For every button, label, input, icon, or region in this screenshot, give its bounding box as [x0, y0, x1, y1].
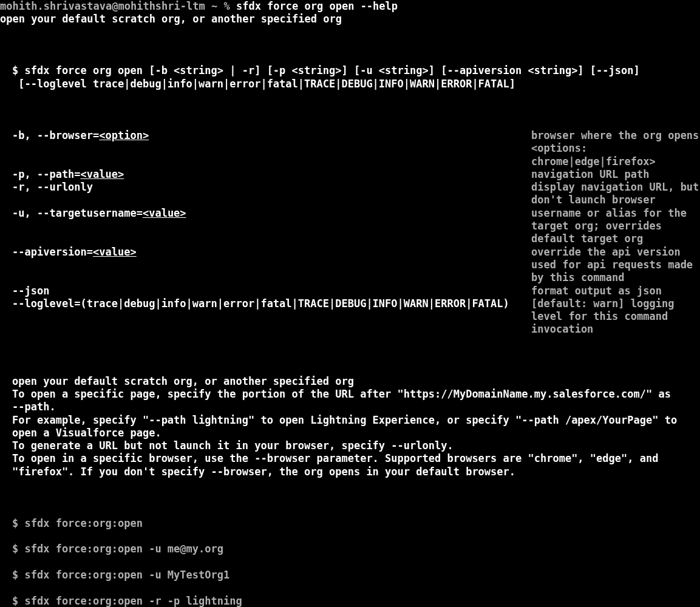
desc: <options:	[531, 142, 587, 155]
desc: navigation URL path	[531, 168, 649, 181]
opt-apiversion: --apiversion=<value> override the api ve…	[0, 246, 700, 259]
user-host: mohith.shrivastava@mohithshri-ltm ~ %	[0, 0, 236, 12]
arg: <value>	[81, 168, 124, 180]
blank	[0, 582, 700, 594]
typed-command: sfdx force org open --help	[236, 0, 398, 12]
opt-path: -p, --path=<value> navigation URL path	[0, 168, 700, 181]
desc: format output as json	[531, 285, 662, 297]
blank	[0, 90, 700, 103]
blank	[0, 478, 700, 491]
flag: --json	[12, 285, 49, 297]
example-line: $ sfdx force:org:open	[0, 517, 700, 530]
opt-urlonly-cont: don't launch browser	[0, 194, 700, 206]
desc: invocation	[531, 323, 593, 336]
desc: [default: warn] logging	[531, 297, 674, 310]
opt-apiversion-cont: by this command	[0, 271, 700, 284]
opt-targetusername-cont: target org; overrides	[0, 220, 700, 232]
example-line: $ sfdx force:org:open -r -p lightning	[0, 595, 700, 607]
desc-line: To generate a URL but not launch it in y…	[0, 439, 700, 452]
desc-line: --path.	[0, 401, 700, 413]
blank	[0, 349, 700, 362]
terminal-output: mohith.shrivastava@mohithshri-ltm ~ % sf…	[0, 0, 700, 607]
desc: display navigation URL, but	[531, 181, 699, 194]
flag: -p, --path=	[12, 168, 81, 180]
desc: level for this command	[531, 310, 668, 323]
blank	[0, 336, 700, 349]
blank	[0, 117, 700, 129]
blank	[0, 530, 700, 543]
example-line: $ sfdx force:org:open -u me@my.org	[0, 543, 700, 555]
desc: used for api requests made	[531, 259, 693, 271]
desc-line: For example, specify "--path lightning" …	[0, 414, 700, 427]
example-line: $ sfdx force:org:open -u MyTestOrg1	[0, 569, 700, 582]
desc-line: To open a specific page, specify the por…	[0, 388, 700, 401]
summary-line: open your default scratch org, or anothe…	[0, 13, 700, 25]
opt-browser: -b, --browser=<option> browser where the…	[0, 129, 700, 142]
flag: --apiversion=	[12, 246, 93, 258]
opt-browser-cont: chrome|edge|firefox>	[0, 155, 700, 168]
desc: by this command	[531, 271, 625, 284]
blank	[0, 504, 700, 517]
desc-line: "firefox". If you don't specify --browse…	[0, 466, 700, 478]
desc: chrome|edge|firefox>	[531, 155, 656, 168]
desc: browser where the org opens	[531, 129, 699, 142]
desc-line: open your default scratch org, or anothe…	[0, 375, 700, 388]
opt-apiversion-cont: used for api requests made	[0, 259, 700, 271]
desc-line: open a Visualforce page.	[0, 427, 700, 439]
desc: override the api version	[531, 246, 681, 259]
blank	[0, 39, 700, 52]
flag: -r, --urlonly	[12, 181, 93, 193]
blank	[0, 491, 700, 504]
flag: -u, --targetusername=	[12, 207, 143, 219]
usage-line-2: [--loglevel trace|debug|info|warn|error|…	[0, 78, 700, 90]
opt-urlonly: -r, --urlonly display navigation URL, bu…	[0, 181, 700, 194]
desc: default target org	[531, 232, 643, 245]
opt-targetusername-cont: default target org	[0, 232, 700, 245]
arg: <option>	[99, 129, 149, 141]
desc: username or alias for the	[531, 207, 687, 220]
arg: <value>	[143, 207, 186, 219]
opt-loglevel: --loglevel=(trace|debug|info|warn|error|…	[0, 297, 700, 310]
opt-loglevel-cont: level for this command	[0, 310, 700, 323]
arg: <value>	[93, 246, 137, 258]
blank	[0, 52, 700, 64]
blank	[0, 556, 700, 569]
opt-json: --json format output as json	[0, 285, 700, 297]
flag: --loglevel=(trace|debug|info|warn|error|…	[12, 297, 509, 310]
usage-line-1: $ sfdx force org open [-b <string> | -r]…	[0, 64, 700, 77]
opt-browser-cont: <options:	[0, 142, 700, 155]
prompt-line[interactable]: mohith.shrivastava@mohithshri-ltm ~ % sf…	[0, 0, 700, 13]
blank	[0, 362, 700, 375]
opt-targetusername: -u, --targetusername=<value> username or…	[0, 207, 700, 220]
flag: -b, --browser=	[12, 129, 99, 141]
desc: target org; overrides	[531, 220, 662, 232]
blank	[0, 26, 700, 39]
blank	[0, 103, 700, 116]
desc-line: To open in a specific browser, use the -…	[0, 452, 700, 465]
desc: don't launch browser	[531, 194, 656, 206]
opt-loglevel-cont: invocation	[0, 323, 700, 336]
